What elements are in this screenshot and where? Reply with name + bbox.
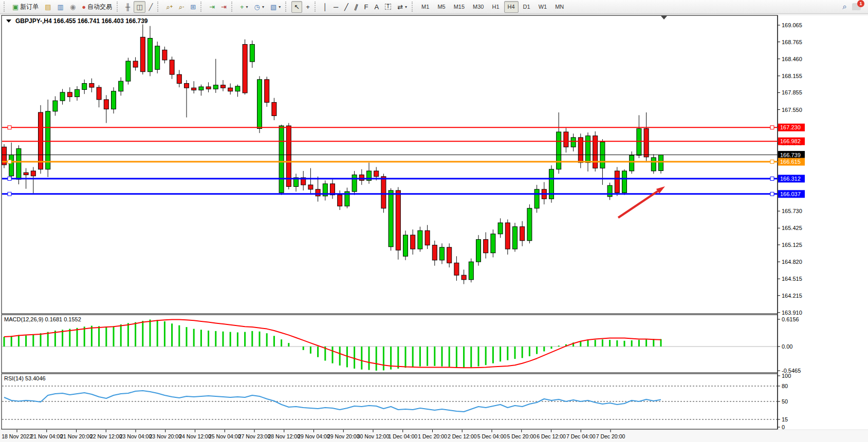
price-tick-label: 163.910: [782, 310, 802, 316]
trendline-button[interactable]: ╱: [342, 1, 351, 13]
tf-m30-button[interactable]: M30: [469, 1, 487, 13]
time-tick-label: 23 Nov 04:00: [120, 433, 152, 439]
candle-body: [491, 234, 495, 253]
time-tick-label: 1 Dec 20:00: [418, 433, 447, 439]
label-button[interactable]: T: [382, 1, 394, 13]
indicators-button[interactable]: +▾: [237, 1, 251, 13]
new-order-button[interactable]: ▣新订单: [10, 1, 41, 13]
candle-body: [97, 87, 101, 100]
line-handle[interactable]: [8, 160, 11, 164]
chart-shift-button[interactable]: ⇥: [218, 1, 229, 13]
line-handle[interactable]: [770, 126, 774, 129]
candle-body: [46, 111, 50, 169]
candle-body: [607, 185, 612, 197]
hline-button[interactable]: ─: [331, 1, 341, 13]
market-watch-button[interactable]: ▤: [42, 1, 53, 13]
fibonacci-button[interactable]: F: [361, 1, 371, 13]
tf-m1-button[interactable]: M1: [418, 1, 433, 13]
tile-windows-icon: ⊞: [190, 4, 196, 10]
candle-body: [265, 80, 269, 103]
time-tick-label: 24 Nov 12:00: [179, 433, 211, 439]
candle-body: [513, 227, 518, 249]
candle-chart-button[interactable]: ◫: [134, 1, 145, 13]
candle-body: [520, 227, 525, 241]
rsi-panel[interactable]: [2, 374, 778, 429]
candle-body: [527, 208, 532, 241]
candle-body: [126, 61, 131, 81]
tf-m30-button-label: M30: [473, 4, 484, 10]
time-axis[interactable]: 18 Nov 202221 Nov 04:0021 Nov 20:0022 No…: [0, 430, 868, 442]
notifications-icon[interactable]: 1: [852, 3, 861, 10]
cursor-button[interactable]: ↖: [291, 1, 302, 13]
price-tick-label: 167.550: [782, 107, 802, 113]
price-tick-label: 164.515: [782, 276, 802, 282]
line-handle[interactable]: [770, 192, 774, 196]
candle-body: [112, 91, 116, 109]
signals-button[interactable]: ◉: [67, 1, 78, 13]
candle-body: [257, 80, 262, 129]
toolbar: ▣新订单▤▥◉●自动交易╫◫╱⌕+⌕-⊞⇥⇥+▾◷▾▧▾↖+│─╱∥FAT⇄▾M…: [0, 0, 868, 14]
candle-body: [644, 128, 649, 157]
candle-body: [484, 240, 488, 253]
time-tick-label: 29 Nov 04:00: [298, 433, 330, 439]
zoom-in-button[interactable]: ⌕+: [163, 1, 175, 13]
periods-button[interactable]: ◷▾: [252, 1, 267, 13]
candle-body: [53, 101, 58, 111]
price-tick-label: 168.765: [782, 39, 802, 45]
text-button[interactable]: A: [372, 1, 381, 13]
rsi-axis-label: 80: [782, 383, 788, 389]
candle-body: [352, 175, 357, 192]
toolbar-separator: [315, 2, 319, 12]
candle-body: [659, 155, 663, 171]
time-tick-label: 22 Nov 12:00: [90, 433, 122, 439]
candle-body: [440, 247, 445, 260]
tf-m5-button[interactable]: M5: [434, 1, 449, 13]
auto-scroll-button[interactable]: ⇥: [207, 1, 217, 13]
time-tick-label: 1 Dec 04:00: [388, 433, 417, 439]
line-handle[interactable]: [8, 126, 11, 129]
line-chart-button[interactable]: ╱: [146, 1, 156, 13]
tf-w1-button[interactable]: W1: [535, 1, 551, 13]
signals-icon: ◉: [70, 4, 76, 10]
fibonacci-icon: F: [364, 4, 368, 10]
candle-body: [418, 230, 422, 249]
zoom-out-button[interactable]: ⌕-: [176, 1, 187, 13]
line-handle[interactable]: [8, 177, 11, 180]
price-label-text: 166.982: [780, 138, 801, 144]
candle-body: [119, 81, 123, 91]
line-handle[interactable]: [8, 192, 11, 196]
tile-windows-button[interactable]: ⊞: [188, 1, 198, 13]
time-tick-label: 7 Dec 20:00: [596, 433, 625, 439]
candle-body: [177, 74, 181, 83]
periods-icon: ◷: [254, 4, 260, 10]
navigator-button[interactable]: ▥: [55, 1, 66, 13]
tf-mn-button[interactable]: MN: [551, 1, 567, 13]
candle-body: [586, 136, 590, 163]
chevron-down-icon: ▾: [405, 5, 407, 9]
candle-body: [637, 128, 641, 155]
tf-d1-button[interactable]: D1: [520, 1, 534, 13]
candle-body: [155, 46, 160, 70]
channel-icon: ∥: [354, 3, 359, 10]
candle-body: [308, 185, 313, 189]
crosshair-button[interactable]: +: [303, 1, 312, 13]
tf-m15-button[interactable]: M15: [450, 1, 468, 13]
vline-button[interactable]: │: [321, 1, 330, 13]
channel-button[interactable]: ∥: [352, 1, 361, 13]
tf-h1-button[interactable]: H1: [488, 1, 503, 13]
templates-button[interactable]: ▧▾: [268, 1, 283, 13]
autotrading-button[interactable]: ●自动交易: [79, 1, 115, 13]
rsi-axis-label: 50: [782, 398, 788, 405]
tf-h4-button[interactable]: H4: [504, 1, 519, 13]
candle-body: [338, 195, 342, 206]
candle-body: [184, 83, 189, 88]
toolbar-separator: [200, 2, 205, 12]
text-icon: A: [374, 4, 379, 10]
line-handle[interactable]: [770, 160, 774, 164]
arrows-button[interactable]: ⇄▾: [395, 1, 410, 13]
candle-body: [140, 37, 145, 71]
time-tick-label: 21 Nov 20:00: [60, 433, 93, 439]
line-handle[interactable]: [770, 177, 774, 180]
bar-chart-button[interactable]: ╫: [123, 1, 133, 13]
search-icon[interactable]: ⌕: [843, 2, 847, 11]
